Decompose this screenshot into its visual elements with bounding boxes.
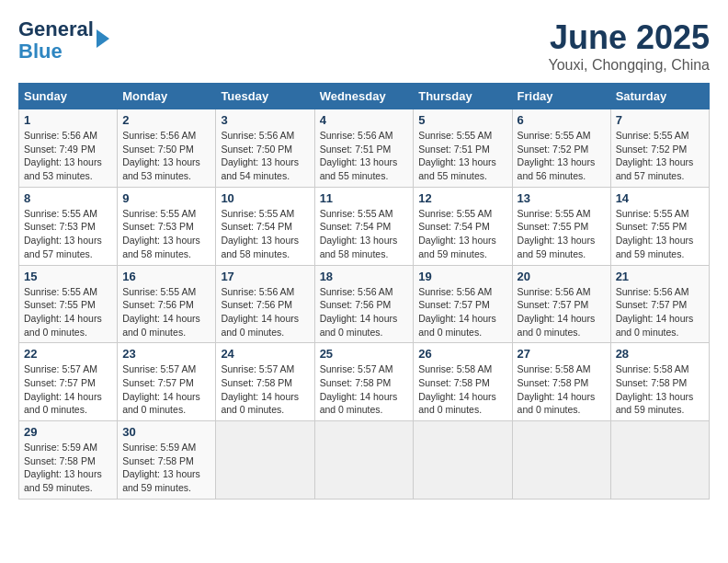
day-info: Sunrise: 5:56 AM Sunset: 7:51 PM Dayligh… [320,129,409,183]
calendar-cell: 8Sunrise: 5:55 AM Sunset: 7:53 PM Daylig… [19,187,118,265]
weekday-header-friday: Friday [512,84,610,109]
day-number: 22 [24,347,112,361]
day-info: Sunrise: 5:55 AM Sunset: 7:54 PM Dayligh… [320,207,409,261]
weekday-header-sunday: Sunday [19,84,118,109]
calendar-cell: 9Sunrise: 5:55 AM Sunset: 7:53 PM Daylig… [118,187,216,265]
calendar-cell: 20Sunrise: 5:56 AM Sunset: 7:57 PM Dayli… [512,265,610,343]
calendar-header-row: SundayMondayTuesdayWednesdayThursdayFrid… [19,84,710,109]
page-header: GeneralBlue June 2025 Youxi, Chongqing, … [18,18,710,74]
day-info: Sunrise: 5:55 AM Sunset: 7:55 PM Dayligh… [616,207,704,261]
day-number: 9 [122,191,210,205]
day-number: 2 [122,113,210,127]
day-info: Sunrise: 5:55 AM Sunset: 7:54 PM Dayligh… [221,207,309,261]
day-number: 23 [122,347,210,361]
month-title: June 2025 [548,18,710,57]
calendar-cell: 21Sunrise: 5:56 AM Sunset: 7:57 PM Dayli… [610,265,709,343]
calendar-cell: 3Sunrise: 5:56 AM Sunset: 7:50 PM Daylig… [216,109,314,188]
day-number: 14 [616,191,704,205]
day-number: 30 [122,425,210,439]
calendar-cell: 11Sunrise: 5:55 AM Sunset: 7:54 PM Dayli… [314,187,414,265]
day-info: Sunrise: 5:56 AM Sunset: 7:56 PM Dayligh… [221,285,309,339]
day-number: 20 [518,270,606,283]
day-number: 27 [518,347,606,361]
calendar-week-row: 1Sunrise: 5:56 AM Sunset: 7:49 PM Daylig… [19,109,710,188]
title-block: June 2025 Youxi, Chongqing, China [548,18,710,74]
calendar-cell: 23Sunrise: 5:57 AM Sunset: 7:57 PM Dayli… [118,343,216,421]
day-info: Sunrise: 5:57 AM Sunset: 7:57 PM Dayligh… [122,362,210,417]
calendar-cell: 17Sunrise: 5:56 AM Sunset: 7:56 PM Dayli… [216,265,314,343]
calendar-cell: 1Sunrise: 5:56 AM Sunset: 7:49 PM Daylig… [19,109,118,188]
calendar-cell: 12Sunrise: 5:55 AM Sunset: 7:54 PM Dayli… [414,187,512,265]
calendar-cell: 6Sunrise: 5:55 AM Sunset: 7:52 PM Daylig… [512,109,610,188]
calendar-week-row: 8Sunrise: 5:55 AM Sunset: 7:53 PM Daylig… [19,187,710,265]
day-number: 26 [418,347,506,361]
day-info: Sunrise: 5:56 AM Sunset: 7:49 PM Dayligh… [24,129,112,183]
calendar-cell: 13Sunrise: 5:55 AM Sunset: 7:55 PM Dayli… [512,187,610,265]
calendar-cell: 22Sunrise: 5:57 AM Sunset: 7:57 PM Dayli… [19,343,118,421]
logo-arrow-icon [97,29,109,48]
calendar-cell: 18Sunrise: 5:56 AM Sunset: 7:56 PM Dayli… [314,265,414,343]
calendar-cell: 5Sunrise: 5:55 AM Sunset: 7:51 PM Daylig… [414,109,512,188]
calendar-table: SundayMondayTuesdayWednesdayThursdayFrid… [18,83,710,500]
calendar-cell: 24Sunrise: 5:57 AM Sunset: 7:58 PM Dayli… [216,343,314,421]
calendar-cell: 4Sunrise: 5:56 AM Sunset: 7:51 PM Daylig… [314,109,414,188]
calendar-cell: 26Sunrise: 5:58 AM Sunset: 7:58 PM Dayli… [414,343,512,421]
day-number: 12 [418,191,506,205]
weekday-header-monday: Monday [118,84,216,109]
day-number: 1 [24,113,112,127]
weekday-header-saturday: Saturday [610,84,709,109]
day-number: 29 [24,425,112,439]
day-info: Sunrise: 5:55 AM Sunset: 7:54 PM Dayligh… [418,207,506,261]
weekday-header-thursday: Thursday [414,84,512,109]
day-number: 10 [221,191,309,205]
calendar-week-row: 29Sunrise: 5:59 AM Sunset: 7:58 PM Dayli… [19,421,710,500]
weekday-header-wednesday: Wednesday [314,84,414,109]
logo: GeneralBlue [18,18,109,63]
day-info: Sunrise: 5:56 AM Sunset: 7:57 PM Dayligh… [616,285,704,339]
day-number: 18 [320,270,409,283]
calendar-cell-empty [314,421,414,500]
day-number: 6 [518,113,606,127]
day-info: Sunrise: 5:56 AM Sunset: 7:57 PM Dayligh… [518,285,606,339]
day-number: 21 [616,270,704,283]
day-info: Sunrise: 5:55 AM Sunset: 7:56 PM Dayligh… [122,285,210,339]
calendar-cell: 10Sunrise: 5:55 AM Sunset: 7:54 PM Dayli… [216,187,314,265]
day-number: 4 [320,113,409,127]
day-info: Sunrise: 5:55 AM Sunset: 7:55 PM Dayligh… [518,207,606,261]
day-number: 3 [221,113,309,127]
day-info: Sunrise: 5:55 AM Sunset: 7:52 PM Dayligh… [518,129,606,183]
day-info: Sunrise: 5:58 AM Sunset: 7:58 PM Dayligh… [616,362,704,417]
calendar-cell: 19Sunrise: 5:56 AM Sunset: 7:57 PM Dayli… [414,265,512,343]
calendar-cell: 2Sunrise: 5:56 AM Sunset: 7:50 PM Daylig… [118,109,216,188]
day-number: 24 [221,347,309,361]
calendar-cell-empty [414,421,512,500]
day-info: Sunrise: 5:59 AM Sunset: 7:58 PM Dayligh… [24,441,112,495]
calendar-cell-empty [610,421,709,500]
day-number: 7 [616,113,704,127]
day-number: 8 [24,191,112,205]
day-info: Sunrise: 5:55 AM Sunset: 7:53 PM Dayligh… [122,207,210,261]
calendar-week-row: 22Sunrise: 5:57 AM Sunset: 7:57 PM Dayli… [19,343,710,421]
day-info: Sunrise: 5:57 AM Sunset: 7:58 PM Dayligh… [221,362,309,417]
calendar-cell: 7Sunrise: 5:55 AM Sunset: 7:52 PM Daylig… [610,109,709,188]
calendar-cell: 28Sunrise: 5:58 AM Sunset: 7:58 PM Dayli… [610,343,709,421]
logo-text: GeneralBlue [18,18,94,63]
day-info: Sunrise: 5:59 AM Sunset: 7:58 PM Dayligh… [122,441,210,495]
calendar-cell: 29Sunrise: 5:59 AM Sunset: 7:58 PM Dayli… [19,421,118,500]
calendar-cell-empty [512,421,610,500]
day-number: 15 [24,270,112,283]
calendar-cell: 16Sunrise: 5:55 AM Sunset: 7:56 PM Dayli… [118,265,216,343]
day-info: Sunrise: 5:55 AM Sunset: 7:51 PM Dayligh… [418,129,506,183]
day-info: Sunrise: 5:56 AM Sunset: 7:50 PM Dayligh… [122,129,210,183]
day-info: Sunrise: 5:56 AM Sunset: 7:50 PM Dayligh… [221,129,309,183]
day-info: Sunrise: 5:58 AM Sunset: 7:58 PM Dayligh… [518,362,606,417]
day-info: Sunrise: 5:55 AM Sunset: 7:55 PM Dayligh… [24,285,112,339]
calendar-cell: 25Sunrise: 5:57 AM Sunset: 7:58 PM Dayli… [314,343,414,421]
calendar-cell-empty [216,421,314,500]
day-number: 16 [122,270,210,283]
day-info: Sunrise: 5:58 AM Sunset: 7:58 PM Dayligh… [418,362,506,417]
day-number: 19 [418,270,506,283]
day-info: Sunrise: 5:55 AM Sunset: 7:53 PM Dayligh… [24,207,112,261]
day-number: 11 [320,191,409,205]
day-info: Sunrise: 5:56 AM Sunset: 7:57 PM Dayligh… [418,285,506,339]
